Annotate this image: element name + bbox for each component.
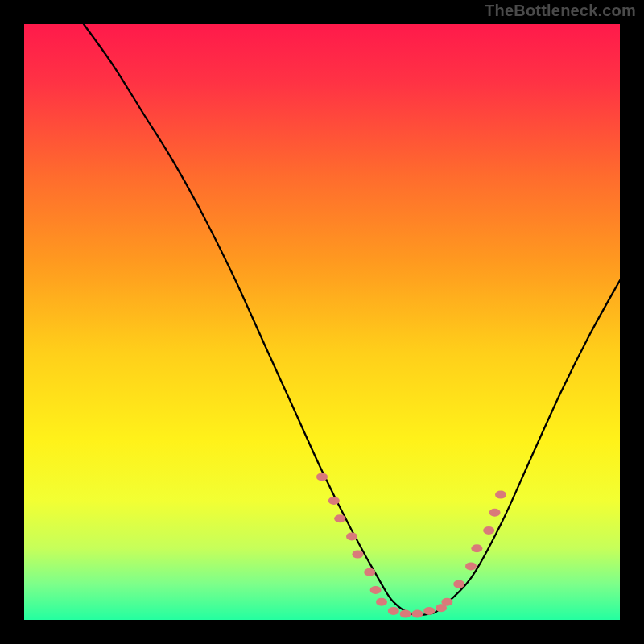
curve-marker [376, 598, 387, 606]
curve-marker [328, 497, 340, 505]
curve-marker [346, 532, 357, 540]
curve-marker [465, 562, 477, 570]
curve-marker [489, 509, 501, 517]
chart-stage: TheBottleneck.com [0, 0, 644, 644]
curve-marker [471, 544, 482, 552]
curve-marker [411, 610, 423, 618]
curve-marker [370, 586, 382, 594]
curve-marker [364, 568, 375, 576]
curve-marker [453, 580, 464, 588]
gradient-background [24, 24, 620, 620]
curve-marker [388, 607, 399, 615]
chart-svg [0, 0, 644, 644]
curve-marker [441, 598, 452, 606]
curve-marker [334, 514, 345, 522]
curve-marker [483, 526, 494, 535]
curve-marker [423, 607, 435, 615]
curve-marker [352, 551, 363, 559]
curve-marker [400, 610, 411, 618]
curve-marker [316, 473, 328, 481]
curve-marker [495, 491, 506, 499]
